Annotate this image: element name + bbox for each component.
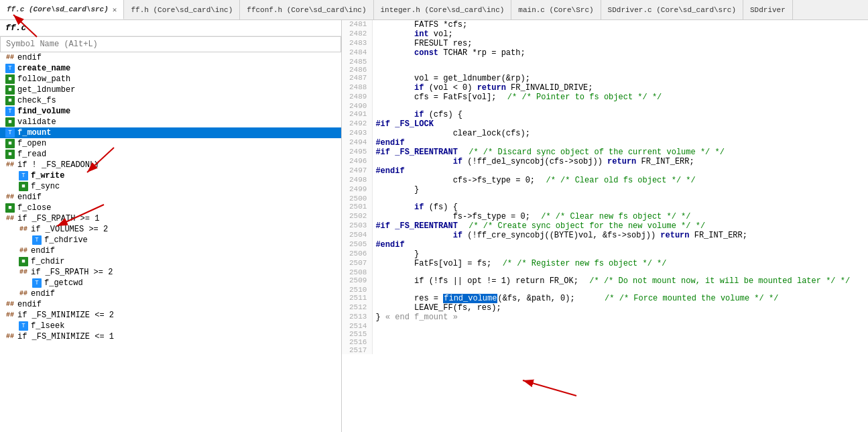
code-line-2507: 2507 FatFs[vol] = fs; /* /* Register new…: [342, 259, 868, 268]
symbol-label: endif: [31, 289, 55, 299]
symbol-item-f_open[interactable]: ■f_open: [0, 138, 341, 149]
symbol-item-endif[interactable]: ##endif: [0, 299, 341, 310]
line-code: #endif: [373, 166, 868, 176]
code-line-2499: 2499 }: [342, 185, 868, 195]
line-code: cfs->fs_type = 0; /* /* Clear old fs obj…: [373, 176, 868, 185]
symbol-item-if-_VOLUMES->=-2[interactable]: ##if _VOLUMES >= 2: [0, 224, 341, 235]
code-line-2503: 2503#if _FS_REENTRANT /* /* Create sync …: [342, 221, 868, 231]
symbol-item-check_fs[interactable]: ■check_fs: [0, 95, 341, 106]
tab-label: main.c (Core\Src): [518, 6, 593, 14]
symbol-item-f_chdir[interactable]: ■f_chdir: [0, 256, 341, 267]
line-number: 2484: [342, 48, 373, 58]
symbol-item-create_name[interactable]: Tcreate_name: [0, 63, 341, 74]
code-editor[interactable]: 2481 FATFS *cfs;2482 int vol;2483 FRESUL…: [342, 20, 868, 432]
symbol-item-endif[interactable]: ##endif: [0, 246, 341, 256]
tab-sddriver-c[interactable]: SDdriver.c (Core\sd_card\src): [601, 0, 743, 19]
blue-icon: T: [5, 128, 15, 138]
code-line-2491: 2491 if (cfs) {: [342, 110, 868, 119]
line-code: if (!ff_cre_syncobj((BYTE)vol, &fs->sobj…: [373, 231, 868, 240]
tab-ff-h[interactable]: ff.h (Core\sd_card\inc): [124, 0, 240, 19]
tab-close-icon[interactable]: ✕: [113, 5, 117, 14]
symbol-item-if-_FS_MINIMIZE-<=-1[interactable]: ##if _FS_MINIMIZE <= 1: [0, 331, 341, 342]
symbol-label: f_open: [17, 139, 46, 148]
symbol-item-follow_path[interactable]: ■follow_path: [0, 74, 341, 85]
line-number: 2508: [342, 268, 373, 276]
line-number: 2485: [342, 58, 373, 66]
hash-icon: ##: [5, 214, 15, 223]
line-code: [373, 286, 868, 294]
symbol-item-endif[interactable]: ##endif: [0, 52, 341, 63]
code-line-2508: 2508: [342, 268, 868, 276]
symbol-item-validate[interactable]: ■validate: [0, 117, 341, 127]
code-line-2494: 2494#endif: [342, 138, 868, 148]
symbol-list: ##endifTcreate_name■follow_path■get_ldnu…: [0, 52, 341, 432]
symbol-label: validate: [17, 117, 56, 127]
code-line-2509: 2509 if (!fs || opt != 1) return FR_OK; …: [342, 276, 868, 286]
symbol-item-f_chdrive[interactable]: Tf_chdrive: [0, 235, 341, 246]
line-code: #if _FS_LOCK: [373, 119, 868, 129]
code-line-2483: 2483 FRESULT res;: [342, 39, 868, 48]
tab-main-c[interactable]: main.c (Core\Src): [511, 0, 601, 19]
line-number: 2513: [342, 313, 373, 322]
symbol-label: f_sync: [31, 182, 60, 191]
tab-ffconf-h[interactable]: ffconf.h (Core\sd_card\inc): [240, 0, 373, 19]
code-line-2504: 2504 if (!ff_cre_syncobj((BYTE)vol, &fs-…: [342, 231, 868, 240]
code-line-2502: 2502 fs->fs_type = 0; /* /* Clear new fs…: [342, 212, 868, 221]
line-code: LEAVE_FF(fs, res);: [373, 303, 868, 313]
code-line-2492: 2492#if _FS_LOCK: [342, 119, 868, 129]
line-number: 2501: [342, 203, 373, 212]
line-number: 2496: [342, 157, 373, 166]
line-number: 2486: [342, 66, 373, 74]
symbol-item-endif[interactable]: ##endif: [0, 192, 341, 203]
line-code: int vol;: [373, 30, 868, 39]
green-icon: ■: [19, 257, 28, 266]
blue-icon: T: [5, 107, 15, 116]
line-code: if (vol < 0) return FR_INVALID_DRIVE;: [373, 83, 868, 93]
symbol-item-f_read[interactable]: ■f_read: [0, 149, 341, 160]
symbol-item-find_volume[interactable]: Tfind_volume: [0, 106, 341, 117]
symbol-item-endif[interactable]: ##endif: [0, 288, 341, 299]
line-code: res = find_volume(&fs, &path, 0); /* /* …: [373, 294, 868, 303]
symbol-item-get_ldnumber[interactable]: ■get_ldnumber: [0, 85, 341, 95]
line-number: 2506: [342, 250, 373, 259]
line-number: 2511: [342, 294, 373, 303]
tab-ff-c[interactable]: ff.c (Core\sd_card\src) ✕: [0, 0, 124, 19]
code-area: 2481 FATFS *cfs;2482 int vol;2483 FRESUL…: [342, 20, 868, 354]
line-number: 2490: [342, 102, 373, 110]
symbol-item-f_write[interactable]: Tf_write: [0, 170, 341, 181]
line-number: 2488: [342, 83, 373, 93]
line-code: #if _FS_REENTRANT /* /* Discard sync obj…: [373, 148, 868, 157]
symbol-item-if-_FS_RPATH->=-2[interactable]: ##if _FS_RPATH >= 2: [0, 267, 341, 278]
line-number: 2493: [342, 129, 373, 138]
line-code: cfs = FatFs[vol]; /* /* Pointer to fs ob…: [373, 93, 868, 102]
code-line-2490: 2490: [342, 102, 868, 110]
green-icon: ■: [5, 203, 15, 213]
tab-sddriver2[interactable]: SDdriver: [743, 0, 793, 19]
line-number: 2483: [342, 39, 373, 48]
highlighted-function: find_volume: [443, 294, 497, 303]
symbol-item-if-_FS_RPATH->=-1[interactable]: ##if _FS_RPATH >= 1: [0, 213, 341, 224]
symbol-label: if _VOLUMES >= 2: [31, 225, 108, 234]
symbol-item-f_mount[interactable]: Tf_mount: [0, 127, 341, 138]
symbol-item-f_lseek[interactable]: Tf_lseek: [0, 321, 341, 331]
line-code: FATFS *cfs;: [373, 20, 868, 30]
line-number: 2494: [342, 138, 373, 148]
blue-icon: T: [19, 321, 28, 331]
symbol-item-if-!-_FS_READONLY[interactable]: ##if ! _FS_READONLY: [0, 160, 341, 170]
line-code: clear_lock(cfs);: [373, 129, 868, 138]
line-number: 2489: [342, 93, 373, 102]
symbol-item-f_sync[interactable]: ■f_sync: [0, 181, 341, 192]
code-line-2498: 2498 cfs->fs_type = 0; /* /* Clear old f…: [342, 176, 868, 185]
line-code: [373, 330, 868, 338]
code-line-2497: 2497#endif: [342, 166, 868, 176]
symbol-item-f_getcwd[interactable]: Tf_getcwd: [0, 278, 341, 288]
tab-integer-h[interactable]: integer.h (Core\sd_card\inc): [374, 0, 512, 19]
line-number: 2505: [342, 240, 373, 250]
symbol-search-input[interactable]: [0, 36, 341, 52]
symbol-label: if _FS_RPATH >= 2: [31, 268, 113, 277]
symbol-label: if _FS_MINIMIZE <= 1: [17, 332, 114, 341]
code-line-2486: 2486: [342, 66, 868, 74]
symbol-label: f_chdrive: [44, 235, 88, 245]
symbol-item-if-_FS_MINIMIZE-<=-2[interactable]: ##if _FS_MINIMIZE <= 2: [0, 310, 341, 321]
symbol-item-f_close[interactable]: ■f_close: [0, 203, 341, 213]
